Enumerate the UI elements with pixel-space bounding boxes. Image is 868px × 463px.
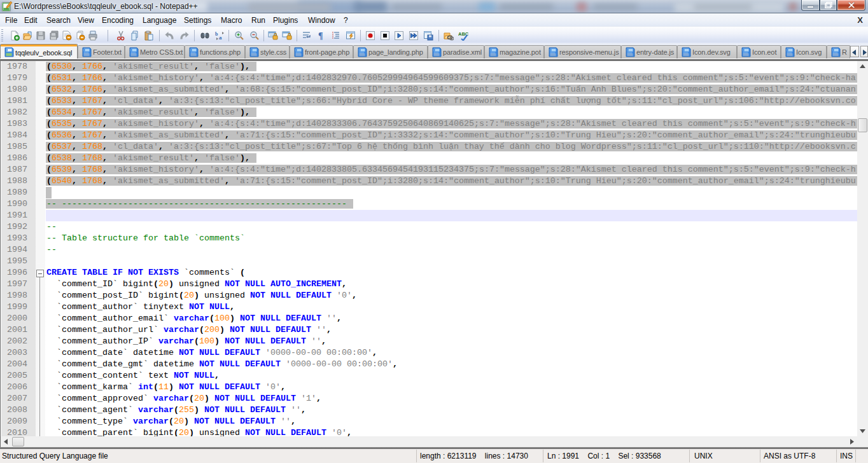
svg-text:b: b (215, 31, 218, 37)
svg-text:¶: ¶ (318, 31, 323, 41)
svg-text:a: a (219, 34, 222, 41)
